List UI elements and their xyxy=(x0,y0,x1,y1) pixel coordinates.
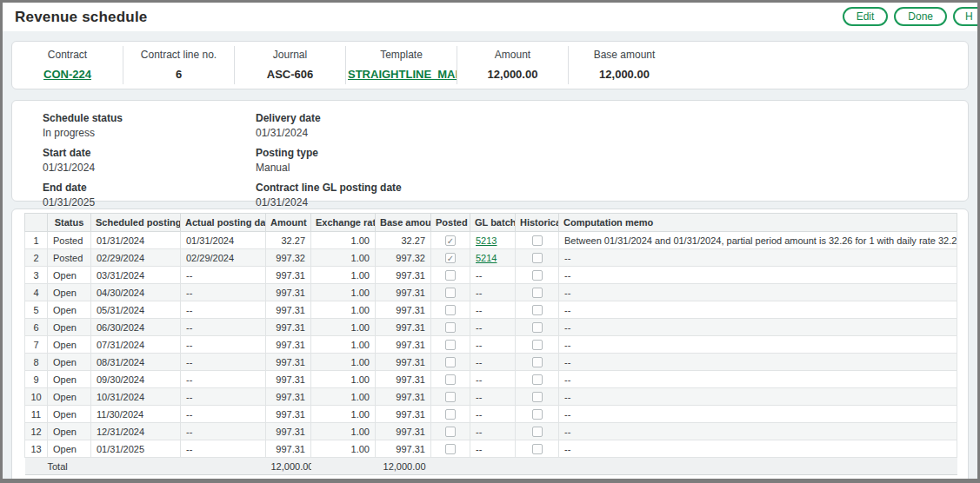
summary-field-link[interactable]: CON-224 xyxy=(43,68,91,81)
exchange-rate-cell: 1.00 xyxy=(311,249,376,267)
total-amount-cell: 12,000.00 xyxy=(266,458,311,475)
posted-checkbox[interactable] xyxy=(445,305,456,315)
posted-cell xyxy=(431,423,470,440)
computation-memo-cell: -- xyxy=(559,301,957,319)
posted-checkbox[interactable] xyxy=(445,392,456,402)
table-row: 9Open09/30/2024--997.311.00997.31---- xyxy=(25,371,957,388)
actual-posting-date-cell: 02/29/2024 xyxy=(181,249,266,267)
summary-bar: ContractCON-224Contract line no.6Journal… xyxy=(11,41,969,89)
base-amount-cell: 997.32 xyxy=(376,249,431,267)
status-cell: Open xyxy=(48,388,91,406)
summary-field-value: ASC-606 xyxy=(235,68,345,81)
historical-checkbox[interactable] xyxy=(532,392,543,402)
posted-checkbox[interactable] xyxy=(445,270,456,281)
page-body: ContractCON-224Contract line no.6Journal… xyxy=(3,31,977,483)
column-header-status: Status xyxy=(48,214,91,232)
computation-memo-cell: -- xyxy=(559,336,957,354)
historical-cell xyxy=(516,406,559,423)
details-left-column: Schedule statusIn progressStart date01/3… xyxy=(43,112,256,201)
status-cell: Open xyxy=(48,423,91,440)
posted-cell xyxy=(431,388,470,406)
summary-field-value: STRAIGHTLINE_MANUAL xyxy=(346,68,457,81)
detail-field-value: 01/31/2024 xyxy=(256,196,402,208)
detail-field-label: End date xyxy=(43,182,256,194)
actual-posting-date-cell: -- xyxy=(181,440,266,458)
detail-field-value: In progress xyxy=(43,127,256,139)
historical-checkbox[interactable] xyxy=(532,270,543,281)
summary-field-label: Base amount xyxy=(569,49,680,61)
scheduled-posting-date-cell: 01/31/2025 xyxy=(91,440,181,458)
posted-cell xyxy=(431,406,470,423)
historical-checkbox[interactable] xyxy=(532,305,543,315)
scheduled-posting-date-cell: 08/31/2024 xyxy=(91,354,181,371)
historical-checkbox[interactable] xyxy=(532,427,543,437)
historical-checkbox[interactable] xyxy=(532,444,543,454)
row-number-cell: 11 xyxy=(25,406,48,423)
historical-checkbox[interactable] xyxy=(532,253,543,263)
status-cell: Posted xyxy=(48,232,91,249)
summary-field-label: Contract line no. xyxy=(123,49,234,61)
historical-checkbox[interactable] xyxy=(532,288,543,298)
amount-cell: 997.31 xyxy=(266,388,311,406)
column-header-historical: Historical xyxy=(516,214,559,232)
actual-posting-date-cell: -- xyxy=(181,354,266,371)
historical-checkbox[interactable] xyxy=(532,322,543,333)
detail-field-label: Delivery date xyxy=(256,112,402,124)
edit-button[interactable]: Edit xyxy=(843,7,889,26)
table-row: 5Open05/31/2024--997.311.00997.31---- xyxy=(25,301,957,319)
base-amount-cell: 997.31 xyxy=(376,440,431,458)
computation-memo-cell: -- xyxy=(559,371,957,388)
amount-cell: 997.31 xyxy=(266,406,311,423)
summary-field-link[interactable]: STRAIGHTLINE_MANUAL xyxy=(348,68,457,81)
done-button[interactable]: Done xyxy=(894,7,947,26)
detail-field-start-date: Start date01/31/2024 xyxy=(43,147,256,174)
gl-batch-link[interactable]: 5214 xyxy=(476,253,497,263)
gl-batch-cell: -- xyxy=(470,301,516,319)
exchange-rate-cell: 1.00 xyxy=(311,406,376,423)
summary-field-value: 6 xyxy=(123,68,234,81)
historical-checkbox[interactable] xyxy=(532,235,543,246)
summary-field-label: Amount xyxy=(457,49,568,61)
row-number-cell: 8 xyxy=(25,354,48,371)
exchange-rate-cell: 1.00 xyxy=(311,371,376,388)
row-number-cell: 6 xyxy=(25,319,48,336)
amount-cell: 997.31 xyxy=(266,354,311,371)
posted-checkbox[interactable] xyxy=(445,340,456,350)
total-exchange-rate-cell xyxy=(311,458,376,475)
base-amount-cell: 997.31 xyxy=(376,319,431,336)
posted-checkbox[interactable] xyxy=(445,374,456,385)
posted-cell xyxy=(431,267,470,284)
posted-checkbox[interactable]: ✓ xyxy=(445,253,456,263)
historical-cell xyxy=(516,249,559,267)
posted-cell xyxy=(431,336,470,354)
row-number-cell: 7 xyxy=(25,336,48,354)
actual-posting-date-cell: -- xyxy=(181,319,266,336)
posted-checkbox[interactable] xyxy=(445,444,456,454)
detail-field-label: Contract line GL posting date xyxy=(256,182,402,194)
table-total-row: Total12,000.0012,000.00 xyxy=(25,458,957,475)
exchange-rate-cell: 1.00 xyxy=(311,440,376,458)
column-header-amount: Amount xyxy=(266,214,311,232)
posted-checkbox[interactable]: ✓ xyxy=(445,235,456,246)
scheduled-posting-date-cell: 10/31/2024 xyxy=(91,388,181,406)
historical-checkbox[interactable] xyxy=(532,340,543,350)
historical-cell xyxy=(516,301,559,319)
posted-checkbox[interactable] xyxy=(445,357,456,367)
posted-checkbox[interactable] xyxy=(445,288,456,298)
historical-checkbox[interactable] xyxy=(532,409,543,420)
detail-field-end-date: End date01/31/2025 xyxy=(43,182,256,208)
row-number-cell: 9 xyxy=(25,371,48,388)
gl-batch-cell: -- xyxy=(470,371,516,388)
posted-checkbox[interactable] xyxy=(445,322,456,333)
scheduled-posting-date-cell: 11/30/2024 xyxy=(91,406,181,423)
posted-checkbox[interactable] xyxy=(445,409,456,420)
posted-checkbox[interactable] xyxy=(445,427,456,437)
amount-cell: 32.27 xyxy=(266,232,311,249)
column-header-posted: Posted xyxy=(431,214,470,232)
header-action-button-cutoff[interactable]: H xyxy=(953,7,980,26)
historical-checkbox[interactable] xyxy=(532,357,543,367)
gl-batch-link[interactable]: 5213 xyxy=(476,235,497,246)
scheduled-posting-date-cell: 03/31/2024 xyxy=(91,267,181,284)
historical-checkbox[interactable] xyxy=(532,374,543,385)
status-cell: Open xyxy=(48,440,91,458)
